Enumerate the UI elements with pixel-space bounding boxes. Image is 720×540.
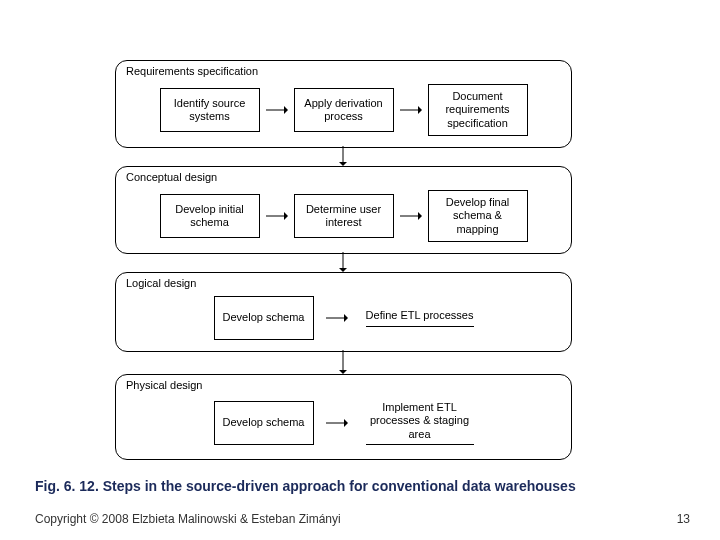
arrow-icon — [266, 211, 288, 221]
down-arrow-icon — [338, 146, 348, 166]
svg-marker-13 — [344, 314, 348, 322]
down-arrow-icon — [338, 350, 348, 374]
phase-requirements: Requirements specification Identify sour… — [115, 60, 572, 148]
phase-label: Conceptual design — [126, 171, 217, 183]
phase-label: Requirements specification — [126, 65, 258, 77]
svg-marker-1 — [284, 106, 288, 114]
phase-physical: Physical design Develop schema Implement… — [115, 374, 572, 460]
step-define-etl: Define ETL processes — [366, 309, 474, 326]
figure-caption: Fig. 6. 12. Steps in the source-driven a… — [35, 478, 576, 494]
step-document-req: Document requirements specification — [428, 84, 528, 136]
step-apply-derivation: Apply derivation process — [294, 88, 394, 132]
svg-marker-3 — [418, 106, 422, 114]
copyright-text: Copyright © 2008 Elzbieta Malinowski & E… — [35, 512, 341, 526]
step-determine-user-interest: Determine user interest — [294, 194, 394, 238]
arrow-icon — [326, 418, 348, 428]
svg-marker-7 — [284, 212, 288, 220]
step-physical-develop-schema: Develop schema — [214, 401, 314, 445]
arrow-icon — [326, 313, 348, 323]
step-develop-final-schema: Develop final schema & mapping — [428, 190, 528, 242]
phase-conceptual: Conceptual design Develop initial schema… — [115, 166, 572, 254]
svg-marker-17 — [344, 419, 348, 427]
phase-logical: Logical design Develop schema Define ETL… — [115, 272, 572, 352]
arrow-icon — [400, 211, 422, 221]
svg-marker-9 — [418, 212, 422, 220]
arrow-icon — [400, 105, 422, 115]
arrow-icon — [266, 105, 288, 115]
step-logical-develop-schema: Develop schema — [214, 296, 314, 340]
step-implement-etl: Implement ETL processes & staging area — [366, 401, 474, 445]
down-arrow-icon — [338, 252, 348, 272]
step-identify-source: Identify source systems — [160, 88, 260, 132]
phase-label: Logical design — [126, 277, 196, 289]
phase-label: Physical design — [126, 379, 202, 391]
step-develop-initial-schema: Develop initial schema — [160, 194, 260, 238]
page-number: 13 — [677, 512, 690, 526]
